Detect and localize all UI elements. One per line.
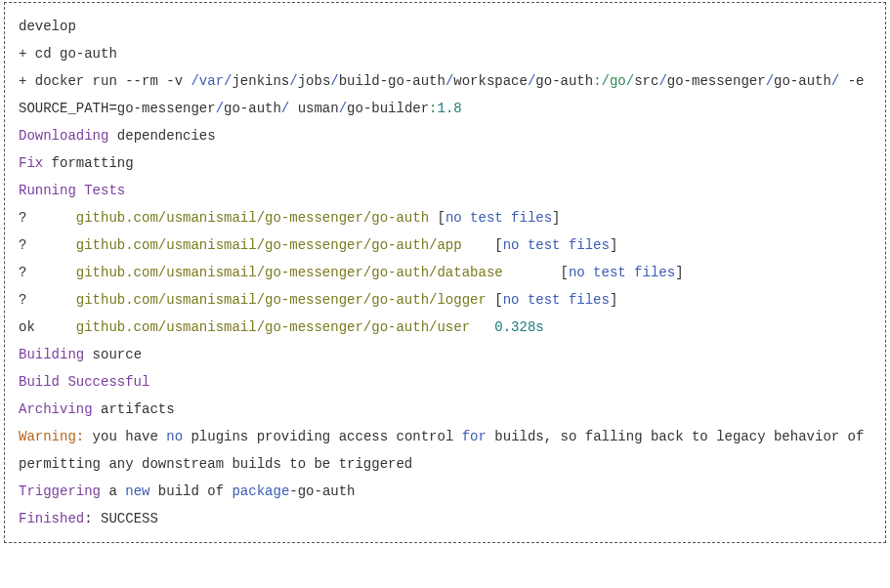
- console-token: Running Tests: [19, 183, 125, 198]
- console-token: usman: [289, 101, 338, 116]
- console-token: develop: [19, 19, 76, 34]
- console-line: Building source: [19, 341, 871, 368]
- console-output: develop+ cd go-auth+ docker run --rm -v …: [4, 2, 886, 543]
- console-token: Building: [19, 347, 84, 362]
- console-line: ? github.com/usmanismail/go-messenger/go…: [19, 231, 871, 259]
- console-token: + cd go-auth: [19, 46, 117, 62]
- console-line: + docker run --rm -v /var/jenkins/jobs/b…: [19, 67, 871, 122]
- console-token: artifacts: [93, 401, 175, 417]
- console-line: Triggering a new build of package-go-aut…: [19, 478, 871, 505]
- console-token: package: [232, 483, 289, 499]
- console-token: 1.8: [438, 101, 462, 116]
- console-token: [: [462, 237, 503, 253]
- console-token: /: [831, 73, 839, 89]
- console-token: you have: [84, 429, 166, 444]
- console-token: 0.328s: [494, 319, 543, 335]
- console-token: Triggering: [19, 483, 101, 499]
- console-token: /: [766, 73, 774, 89]
- console-token: /: [289, 73, 297, 89]
- console-line: Build Successful: [19, 368, 871, 396]
- console-token: [470, 319, 494, 335]
- console-token: + docker run --rm -v: [19, 73, 191, 89]
- console-token: new: [125, 483, 149, 499]
- console-token: ?: [19, 292, 76, 308]
- console-token: ?: [19, 237, 76, 253]
- console-token: ?: [19, 210, 76, 226]
- console-token: build of: [149, 483, 232, 499]
- console-token: : SUCCESS: [84, 511, 158, 526]
- console-token: github.com/usmanismail/go-messenger/go-a…: [76, 292, 487, 308]
- console-line: Finished: SUCCESS: [19, 505, 871, 532]
- console-token: no test files: [503, 292, 610, 308]
- console-line: develop: [19, 13, 871, 40]
- console-token: dependencies: [108, 128, 215, 144]
- console-token: Archiving: [19, 401, 93, 417]
- console-token: ok: [19, 319, 76, 335]
- console-token: github.com/usmanismail/go-messenger/go-a…: [76, 265, 503, 280]
- console-token: jobs: [298, 73, 331, 89]
- console-token: go-messenger: [667, 73, 766, 89]
- console-token: Finished: [19, 511, 84, 526]
- console-token: source: [84, 347, 142, 362]
- console-token: go-auth: [774, 73, 831, 89]
- console-token: go-auth: [535, 73, 593, 89]
- console-token: /: [658, 73, 666, 89]
- console-token: Downloading: [19, 128, 108, 144]
- console-token: a: [101, 483, 125, 499]
- console-token: /: [281, 101, 289, 116]
- console-token: /var/: [191, 73, 232, 89]
- console-token: /: [339, 101, 347, 116]
- console-token: Build Successful: [19, 374, 149, 390]
- console-token: :: [429, 101, 437, 116]
- console-line: Downloading dependencies: [19, 122, 871, 149]
- console-token: go-builder: [347, 101, 429, 116]
- console-token: ]: [675, 265, 683, 280]
- console-token: plugins providing access control: [183, 429, 462, 444]
- console-line: Warning: you have no plugins providing a…: [19, 423, 871, 478]
- console-token: Warning:: [19, 429, 84, 444]
- console-token: /: [330, 73, 338, 89]
- console-token: build-go-auth: [339, 73, 445, 89]
- console-token: src: [634, 73, 658, 89]
- console-line: Fix formatting: [19, 149, 871, 177]
- console-token: for: [462, 429, 487, 444]
- console-token: Fix: [19, 155, 43, 171]
- console-token: /: [216, 101, 224, 116]
- console-token: workspace: [453, 73, 528, 89]
- console-line: ok github.com/usmanismail/go-messenger/g…: [19, 314, 871, 341]
- console-token: formatting: [43, 155, 133, 171]
- console-line: ? github.com/usmanismail/go-messenger/go…: [19, 259, 871, 286]
- console-token: no test files: [503, 237, 610, 253]
- console-token: ]: [552, 210, 560, 226]
- console-token: :/go/: [593, 73, 634, 89]
- console-token: ?: [19, 265, 76, 280]
- console-token: go-auth: [224, 101, 281, 116]
- console-line: Running Tests: [19, 177, 871, 204]
- console-token: [: [429, 210, 445, 226]
- console-line: ? github.com/usmanismail/go-messenger/go…: [19, 286, 871, 314]
- console-token: github.com/usmanismail/go-messenger/go-a…: [76, 237, 462, 253]
- console-line: ? github.com/usmanismail/go-messenger/go…: [19, 204, 871, 231]
- console-token: ]: [610, 237, 617, 253]
- console-line: Archiving artifacts: [19, 396, 871, 423]
- console-line: + cd go-auth: [19, 40, 871, 67]
- console-token: [: [503, 265, 569, 280]
- console-token: no test files: [445, 210, 552, 226]
- console-token: no test files: [569, 265, 675, 280]
- console-token: jenkins: [232, 73, 289, 89]
- console-token: -go-auth: [289, 483, 355, 499]
- console-token: ]: [610, 292, 617, 308]
- console-token: github.com/usmanismail/go-messenger/go-a…: [76, 319, 470, 335]
- console-token: github.com/usmanismail/go-messenger/go-a…: [76, 210, 429, 226]
- console-token: no: [166, 429, 183, 444]
- console-token: [: [487, 292, 503, 308]
